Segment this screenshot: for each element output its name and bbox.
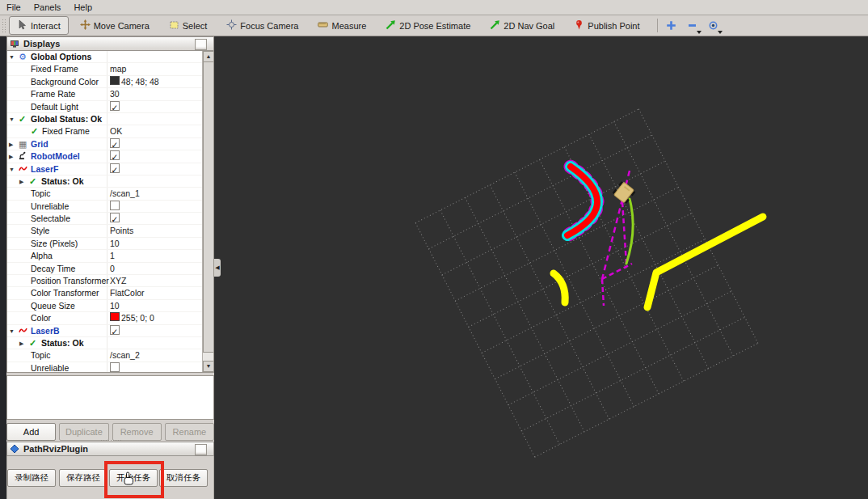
menu-panels[interactable]: Panels (27, 1, 68, 14)
expanded-arrow-icon[interactable]: ▼ (9, 113, 15, 125)
tool-move-camera[interactable]: Move Camera (72, 16, 158, 35)
property-label: Global Options (31, 51, 91, 62)
property-value: XYZ (110, 275, 126, 286)
scroll-up-arrow-icon[interactable]: ▲ (203, 51, 214, 62)
minus-tool-button[interactable] (685, 18, 701, 34)
tree-row[interactable]: Topic/scan_2 (7, 349, 213, 362)
path-panel-float-button[interactable] (195, 444, 207, 455)
3d-viewport[interactable]: ◀ (214, 36, 868, 499)
tree-row[interactable]: Unreliable (7, 362, 213, 373)
interact-icon (17, 19, 27, 32)
property-value: OK (110, 125, 122, 137)
dropdown-caret-icon (697, 31, 702, 34)
tree-row[interactable]: Frame Rate30 (7, 88, 213, 100)
tree-row[interactable]: Selectable✓ (7, 213, 213, 225)
laser-icon (19, 325, 27, 336)
path-panel-header[interactable]: PathRvizPlugin (6, 442, 214, 456)
checkbox-unchecked[interactable] (110, 362, 120, 372)
tree-row[interactable]: ▼LaserF✓ (7, 163, 213, 175)
tree-row[interactable]: ▶✓Status: Ok (7, 337, 213, 349)
property-label: Style (31, 225, 49, 236)
property-value: 0 (110, 263, 115, 274)
expanded-arrow-icon[interactable]: ▼ (9, 325, 15, 337)
tool-label: Select (183, 21, 208, 31)
tool-interact[interactable]: Interact (9, 16, 69, 35)
property-label: RobotModel (31, 150, 80, 162)
tree-row[interactable]: Default Light✓ (7, 101, 213, 113)
displays-panel-header[interactable]: Displays (6, 36, 214, 51)
property-value: 30 (110, 88, 120, 99)
toolbar: InteractMove CameraSelectFocus CameraMea… (0, 15, 868, 36)
tree-row[interactable]: ▶▦Grid✓ (7, 138, 213, 150)
dropdown-caret-icon (718, 31, 723, 34)
tool-publish-point[interactable]: Publish Point (566, 16, 647, 35)
tool-select[interactable]: Select (161, 16, 216, 35)
tool-label: Move Camera (94, 21, 150, 31)
tool-2d-nav-goal[interactable]: 2D Nav Goal (482, 16, 563, 35)
tree-row[interactable]: Topic/scan_1 (7, 188, 213, 200)
checkbox-checked[interactable]: ✓ (110, 325, 120, 335)
color-swatch[interactable] (110, 76, 120, 85)
property-value: /scan_1 (110, 188, 140, 199)
tree-row[interactable]: Color TransformerFlatColor (7, 287, 213, 299)
displays-tree-scrollbar[interactable]: ▲ ▼ (202, 51, 213, 372)
tree-row[interactable]: Color255; 0; 0 (7, 312, 213, 324)
color-swatch[interactable] (110, 312, 120, 321)
displays-float-button[interactable] (195, 39, 207, 50)
checkbox-checked[interactable]: ✓ (110, 101, 120, 111)
plus-tool-button[interactable] (664, 18, 680, 34)
tool-2d-pose-estimate[interactable]: 2D Pose Estimate (377, 16, 478, 35)
tree-row[interactable]: ▼LaserB✓ (7, 325, 213, 337)
checkbox-checked[interactable]: ✓ (110, 150, 120, 160)
tool-measure[interactable]: Measure (310, 16, 374, 35)
property-value: 255; 0; 0 (121, 312, 154, 324)
panel-collapse-arrow-icon[interactable]: ◀ (214, 259, 221, 277)
collapsed-arrow-icon[interactable]: ▶ (19, 337, 23, 349)
eye-tool-button[interactable] (706, 18, 722, 34)
menu-help[interactable]: Help (67, 1, 99, 14)
property-label: Color Transformer (31, 287, 99, 298)
scrollbar-thumb[interactable] (203, 61, 214, 353)
checkbox-checked[interactable]: ✓ (110, 213, 120, 222)
expanded-arrow-icon[interactable]: ▼ (9, 51, 15, 63)
collapsed-arrow-icon[interactable]: ▶ (19, 175, 23, 188)
viewport-background (214, 36, 868, 499)
checkbox-checked[interactable]: ✓ (110, 163, 120, 173)
toolbar-separator (657, 19, 658, 32)
checkbox-checked[interactable]: ✓ (110, 138, 120, 148)
tree-row[interactable]: Alpha1 (7, 250, 213, 262)
property-label: Background Color (31, 76, 99, 87)
tree-row[interactable]: Size (Pixels)10 (7, 238, 213, 250)
property-value: map (110, 63, 126, 74)
path-task-button-1[interactable]: 录制路径 (7, 469, 56, 487)
tree-row[interactable]: ▶✓Status: Ok (7, 175, 213, 188)
tree-row[interactable]: StylePoints (7, 225, 213, 237)
property-label: Default Light (31, 101, 78, 112)
property-label: Fixed Frame (42, 125, 90, 137)
path-task-button-4[interactable]: 取消任务 (159, 469, 208, 487)
tree-row[interactable]: Queue Size10 (7, 300, 213, 312)
toolbar-drag-handle[interactable] (2, 19, 6, 33)
checkbox-unchecked[interactable] (110, 201, 120, 210)
collapsed-arrow-icon[interactable]: ▶ (9, 138, 13, 150)
tree-row[interactable]: Background Color48; 48; 48 (7, 76, 213, 88)
green-arrow-icon (490, 19, 500, 32)
property-label: LaserF (31, 163, 58, 175)
property-label: Fixed Frame (31, 63, 78, 74)
tree-row[interactable]: Position TransformerXYZ (7, 275, 213, 287)
tree-row[interactable]: Decay Time0 (7, 263, 213, 275)
tree-row[interactable]: Unreliable (7, 201, 213, 213)
expanded-arrow-icon[interactable]: ▼ (9, 163, 15, 175)
tree-row[interactable]: ✓Fixed FrameOK (7, 125, 213, 137)
tool-focus-camera[interactable]: Focus Camera (218, 16, 306, 35)
property-label: Topic (31, 188, 51, 199)
collapsed-arrow-icon[interactable]: ▶ (9, 150, 13, 163)
path-task-button-2[interactable]: 保存路径 (59, 469, 107, 487)
tree-row[interactable]: ▼✓Global Status: Ok (7, 113, 213, 125)
tree-row[interactable]: ▶RobotModel✓ (7, 150, 213, 163)
property-label: Queue Size (31, 300, 75, 311)
scroll-down-arrow-icon[interactable]: ▼ (203, 361, 214, 372)
tree-row[interactable]: Fixed Framemap (7, 63, 213, 75)
menu-file[interactable]: File (0, 1, 27, 14)
tree-row[interactable]: ▼⚙Global Options (7, 51, 213, 63)
